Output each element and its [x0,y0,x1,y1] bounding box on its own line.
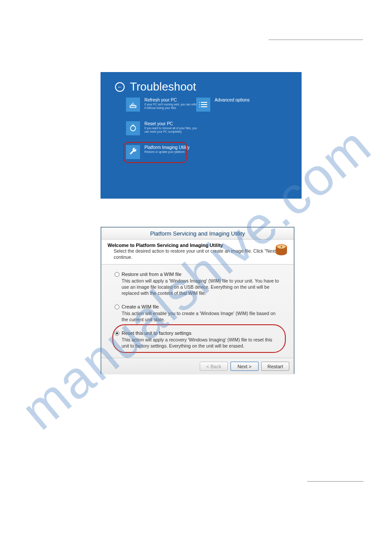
next-button[interactable]: Next > [230,362,259,371]
list-icon [196,98,210,112]
tile-title: Refresh your PC [144,98,201,102]
refresh-icon [126,98,140,112]
reset-icon [126,121,140,135]
tile-title: Platform Imaging Utility [144,145,190,150]
back-icon[interactable]: ← [115,82,125,92]
svg-rect-0 [130,106,136,108]
tile-advanced-options[interactable]: Advanced options [196,98,250,112]
option-restore-wim[interactable]: Restore unit from a WIM file This action… [115,272,281,296]
harddrive-icon [273,242,289,258]
option-description: This action will apply a recovery 'Windo… [122,337,280,349]
tile-reset-pc[interactable]: Reset your PC If you want to remove all … [126,121,201,135]
option-label: Reset this unit to factory settings [122,330,191,336]
option-factory-reset[interactable]: Reset this unit to factory settings This… [115,330,281,349]
troubleshoot-header: ← Troubleshoot [115,80,196,94]
radio-icon[interactable] [115,305,119,309]
dialog-body: Restore unit from a WIM file This action… [101,265,294,358]
option-create-wim[interactable]: Create a WIM file This action will enabl… [115,304,281,323]
tile-refresh-pc[interactable]: Refresh your PC If your PC isn't running… [126,98,201,112]
back-button: < Back [200,362,228,371]
dialog-footer: < Back Next > Restart [101,358,294,374]
wizard-dialog: Platform Servicing and Imaging Utility W… [101,227,295,374]
troubleshoot-title: Troubleshoot [130,80,196,94]
wrench-icon [126,145,140,159]
dialog-header: Welcome to Platform Servicing and Imagin… [101,239,294,265]
radio-icon[interactable] [115,272,119,277]
tile-title: Advanced options [215,98,250,112]
svg-point-4 [281,246,282,247]
tile-subtitle: If you want to remove all of your files,… [144,127,201,134]
option-description: This action will enable you to create a … [122,311,280,323]
tile-platform-imaging[interactable]: Platform Imaging Utility Restore or upda… [126,145,190,159]
option-label: Create a WIM file [122,304,159,309]
option-label: Restore unit from a WIM file [122,272,181,277]
troubleshoot-screen: ← Troubleshoot Refresh your PC If your P… [101,72,302,199]
footer-rule [307,481,363,482]
tile-subtitle: If your PC isn't running well, you can r… [144,103,201,110]
header-subtitle: Select the desired action to restore you… [114,248,288,260]
dialog-title: Platform Servicing and Imaging Utility [101,228,294,239]
header-title: Welcome to Platform Servicing and Imagin… [108,243,288,248]
restart-button[interactable]: Restart [261,362,289,371]
tile-subtitle: Restore or update your platform [144,150,190,154]
tile-title: Reset your PC [144,121,201,126]
header-rule [269,40,363,40]
option-description: This action will apply a 'Windows Imagin… [122,278,280,296]
svg-point-1 [130,126,136,131]
radio-icon[interactable] [115,331,119,336]
